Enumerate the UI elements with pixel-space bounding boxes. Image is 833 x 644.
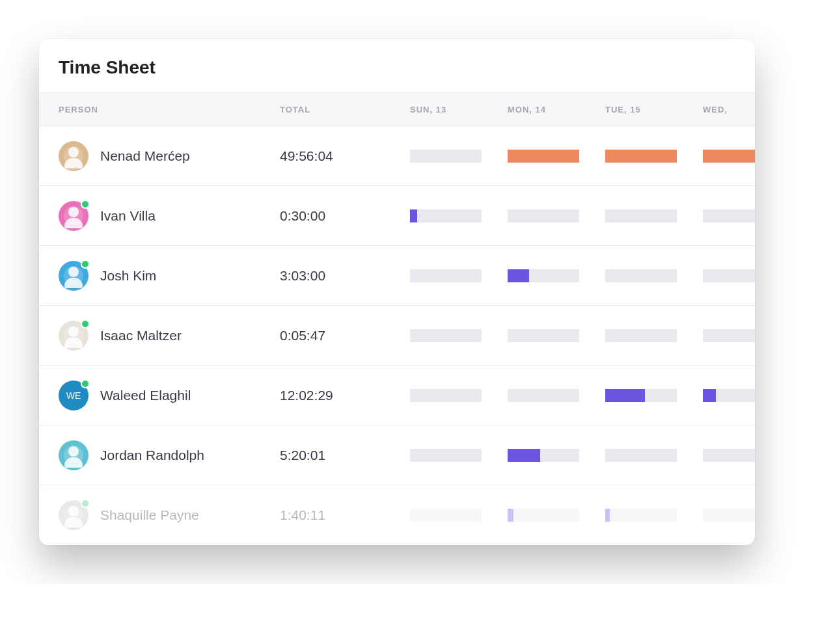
timesheet-card: Time Sheet PERSON TOTAL SUN, 13 MON, 14 … [39,39,755,545]
time-bar [410,509,482,522]
person-cell[interactable]: Nenad Merćep [59,141,280,171]
person-name: Nenad Merćep [100,148,190,164]
avatar[interactable] [59,261,89,291]
person-name: Isaac Maltzer [100,328,182,343]
day-cell[interactable] [508,209,605,222]
time-bar [703,389,755,402]
table-body: Nenad Merćep49:56:04Ivan Villa0:30:00Jos… [39,126,755,545]
avatar-image [59,440,89,470]
total-cell: 1:40:11 [280,507,410,523]
time-bar [410,449,482,462]
table-row[interactable]: Isaac Maltzer0:05:47 [39,306,755,366]
day-cell[interactable] [605,209,703,222]
table-row[interactable]: Jordan Randolph5:20:01 [39,425,755,485]
avatar[interactable]: WE [59,381,89,410]
table-row[interactable]: Ivan Villa0:30:00 [39,186,755,246]
table-row[interactable]: Josh Kim3:03:00 [39,246,755,306]
time-bar [703,329,755,342]
time-bar [703,509,755,522]
person-cell[interactable]: WEWaleed Elaghil [59,381,280,410]
person-cell[interactable]: Josh Kim [59,261,280,291]
person-name: Shaquille Payne [100,507,199,523]
total-cell: 0:30:00 [280,208,410,224]
day-cell[interactable] [703,449,755,462]
day-cell[interactable] [703,209,755,222]
day-cell[interactable] [605,150,703,163]
day-cell[interactable] [508,150,605,163]
table-row[interactable]: WEWaleed Elaghil12:02:29 [39,366,755,425]
status-online-icon [81,319,90,329]
day-cell[interactable] [410,329,508,342]
header-day-1: MON, 14 [508,105,605,114]
avatar[interactable] [59,141,89,171]
time-bar-fill [508,150,579,163]
day-cell[interactable] [703,329,755,342]
table-header-row: PERSON TOTAL SUN, 13 MON, 14 TUE, 15 WED… [39,92,755,126]
time-bar [508,209,579,222]
day-cell[interactable] [410,269,508,282]
day-cell[interactable] [410,389,508,402]
time-bar-fill [605,509,610,522]
day-cell[interactable] [508,329,605,342]
time-bar-fill [508,449,540,462]
person-cell[interactable]: Jordan Randolph [59,440,280,470]
time-bar [410,329,482,342]
day-cell[interactable] [703,509,755,522]
day-cell[interactable] [410,449,508,462]
time-bar [410,209,482,222]
time-bar [508,269,579,282]
avatar[interactable] [59,321,89,351]
day-cell[interactable] [410,509,508,522]
person-name: Ivan Villa [100,208,156,224]
time-bar [703,449,755,462]
time-bar [410,150,482,163]
person-name: Josh Kim [100,268,156,284]
header-day-2: TUE, 15 [605,105,703,114]
day-cell[interactable] [605,509,703,522]
time-bar [508,509,579,522]
day-cell[interactable] [508,269,605,282]
day-cell[interactable] [508,509,605,522]
time-bar [703,150,755,163]
time-bar-fill [605,389,645,402]
total-cell: 0:05:47 [280,328,410,343]
table-row[interactable]: Shaquille Payne1:40:11 [39,485,755,545]
status-online-icon [81,379,90,388]
day-cell[interactable] [703,150,755,163]
day-cell[interactable] [410,209,508,222]
time-bar-fill [508,269,529,282]
person-cell[interactable]: Shaquille Payne [59,500,280,530]
time-bar [703,269,755,282]
day-cell[interactable] [605,389,703,402]
header-day-3: WED, [703,105,755,114]
time-bar [605,329,677,342]
day-cell[interactable] [703,389,755,402]
total-cell: 12:02:29 [280,388,410,403]
avatar[interactable] [59,500,89,530]
time-bar [410,389,482,402]
day-cell[interactable] [605,269,703,282]
time-bar-fill [508,509,513,522]
day-cell[interactable] [605,329,703,342]
person-cell[interactable]: Isaac Maltzer [59,321,280,351]
person-cell[interactable]: Ivan Villa [59,201,280,231]
status-online-icon [81,499,90,508]
avatar-image [59,141,89,171]
time-bar [508,389,579,402]
day-cell[interactable] [410,150,508,163]
status-online-icon [81,200,90,209]
day-cell[interactable] [703,269,755,282]
time-bar [605,150,677,163]
time-bar [703,209,755,222]
day-cell[interactable] [605,449,703,462]
person-name: Waleed Elaghil [100,388,191,403]
day-cell[interactable] [508,449,605,462]
time-bar [410,269,482,282]
day-cell[interactable] [508,389,605,402]
avatar[interactable] [59,201,89,231]
header-total: TOTAL [280,105,410,114]
table-row[interactable]: Nenad Merćep49:56:04 [39,126,755,186]
time-bar [508,329,579,342]
avatar[interactable] [59,440,89,470]
total-cell: 3:03:00 [280,268,410,284]
